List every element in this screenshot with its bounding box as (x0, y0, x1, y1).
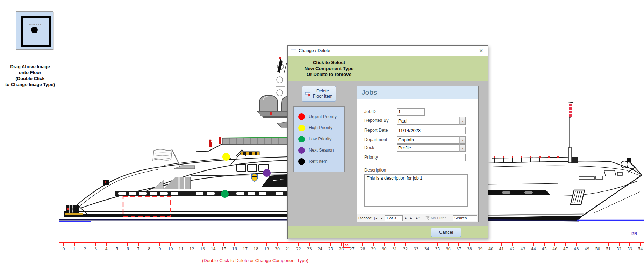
urgent-priority-dot (298, 113, 305, 120)
bottom-instructions: (Double Click to Delete or Change Compon… (175, 258, 336, 263)
reported-by-label: Reported By (364, 118, 388, 123)
priority-field[interactable] (397, 154, 466, 161)
drag-instructions: Drag Above Image onto Floor (Double Clic… (0, 64, 60, 88)
report-date-field[interactable] (397, 127, 466, 134)
previous-record-button[interactable]: ◄ (379, 216, 384, 221)
reported-by-field[interactable] (397, 117, 466, 125)
legend-item-urgent: Urgent Priority (294, 111, 344, 122)
next-record-button[interactable]: ► (404, 216, 408, 221)
record-position[interactable]: 1 of 3 (385, 215, 403, 221)
jobs-form: Jobs JobID Reported By ⌄ Report Date Dep… (357, 86, 479, 222)
refit-item-dot (298, 158, 305, 165)
marker-high-priority-dot[interactable] (222, 153, 230, 161)
deck-field[interactable] (397, 144, 466, 152)
marker-next-season-dot[interactable] (263, 169, 271, 177)
component-dot (31, 27, 38, 33)
nav-separator (423, 216, 423, 221)
legend-item-high: High Priority (294, 122, 344, 133)
filter-funnel-icon (425, 216, 430, 220)
jobs-form-header: Jobs (357, 86, 478, 99)
description-label: Description (364, 168, 386, 173)
priority-legend: Urgent Priority High Priority Low Priori… (293, 106, 345, 172)
record-navigator: Record: |◄ ◄ 1 of 3 ► ►| ►* No Filter (357, 214, 478, 222)
dialog-banner: Click to Select New Component Type Or De… (288, 56, 488, 81)
priority-label: Priority (364, 155, 378, 160)
next-season-dot (298, 147, 305, 154)
legend-item-next-season: Next Season (294, 145, 344, 156)
record-search-input[interactable] (453, 215, 477, 221)
record-label: Record: (358, 216, 372, 220)
last-record-button[interactable]: ►| (409, 216, 414, 221)
report-date-label: Report Date (364, 128, 388, 133)
deck-label: Deck (364, 145, 374, 150)
department-label: Department (364, 137, 387, 142)
marker-low-priority[interactable] (220, 189, 230, 199)
jobid-field[interactable] (397, 108, 425, 115)
corner-label: PR (631, 231, 637, 236)
department-field[interactable] (397, 136, 466, 144)
banner-instructions: Click to Select New Component Type Or De… (292, 59, 366, 77)
reported-by-dropdown-icon[interactable]: ⌄ (459, 117, 466, 125)
app-canvas: Drag Above Image onto Floor (Double Clic… (0, 0, 644, 273)
jobs-form-title: Jobs (362, 88, 377, 97)
deck-dropdown-icon[interactable]: ⌄ (459, 144, 466, 152)
department-dropdown-icon[interactable]: ⌄ (459, 136, 466, 144)
new-record-button[interactable]: ►* (415, 216, 420, 221)
marker-low-priority-dot[interactable] (221, 190, 229, 198)
close-icon[interactable]: ✕ (477, 48, 485, 54)
low-priority-dot (298, 136, 305, 142)
cancel-button[interactable]: Cancel (431, 227, 461, 237)
high-priority-dot (298, 125, 305, 131)
legend-item-low: Low Priority (294, 133, 344, 145)
description-field[interactable]: This is a description for job 1 (364, 174, 468, 206)
form-icon (291, 49, 296, 53)
no-filter-button[interactable]: No Filter (425, 216, 446, 220)
marker-high-priority[interactable] (221, 152, 231, 162)
ruler-position-marker[interactable]: 00 (343, 243, 350, 248)
marker-next-season[interactable] (262, 168, 272, 178)
dialog-title: Change / Delete (299, 48, 330, 53)
component-drag-image[interactable] (16, 11, 53, 50)
legend-item-refit: Refit Item (294, 156, 344, 167)
change-delete-dialog: Change / Delete ✕ Click to Select New Co… (287, 46, 488, 239)
first-record-button[interactable]: |◄ (373, 216, 378, 221)
delete-floor-item-button[interactable]: Delete Floor Item (302, 86, 336, 102)
delete-button-label: Delete Floor Item (313, 89, 332, 99)
jobid-label: JobID (364, 109, 376, 114)
delete-icon (305, 91, 312, 97)
dialog-titlebar: Change / Delete ✕ (288, 46, 488, 56)
